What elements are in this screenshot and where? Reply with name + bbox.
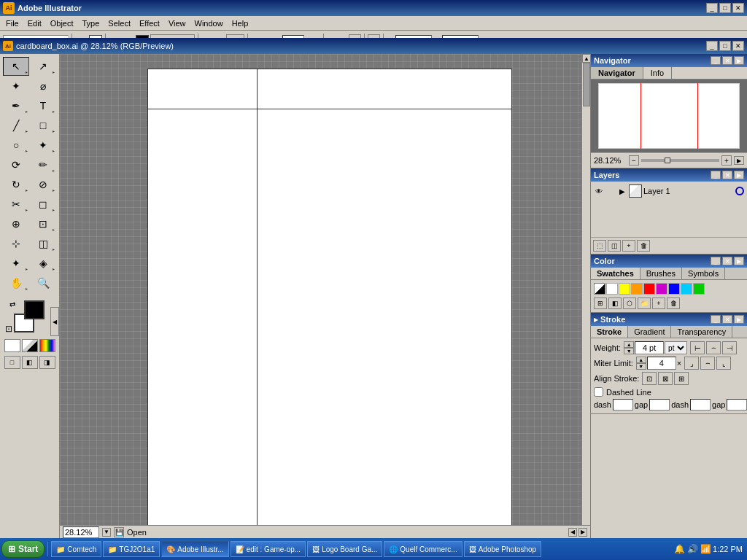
selection-tool[interactable]: ↖ ▸	[3, 57, 29, 76]
fill-mode-btn[interactable]	[4, 339, 20, 352]
normal-screen-btn[interactable]: □	[4, 356, 20, 369]
gradient-mode-btn[interactable]	[39, 339, 55, 352]
v-scrollbar[interactable]: ▲ ▼	[581, 54, 590, 551]
layer-collect-btn[interactable]: ◫	[608, 240, 621, 252]
dash-input-2[interactable]	[690, 399, 711, 411]
prev-page-btn[interactable]: ◀	[568, 528, 577, 537]
menu-help[interactable]: Help	[228, 18, 253, 29]
new-swatch-btn[interactable]: +	[652, 298, 665, 309]
scroll-up-btn[interactable]: ▲	[582, 54, 590, 63]
layers-minimize-btn[interactable]: _	[711, 171, 721, 179]
gap-input-1[interactable]	[649, 399, 670, 411]
dashed-checkbox[interactable]	[594, 387, 603, 397]
zoom-out-btn[interactable]: −	[629, 155, 639, 166]
tab-swatches[interactable]: Swatches	[591, 268, 640, 279]
miter-input[interactable]	[647, 357, 676, 370]
zoom-handle[interactable]	[665, 158, 670, 163]
stroke-menu-btn[interactable]: ▶	[734, 315, 744, 324]
magic-wand-tool[interactable]: ✦	[3, 77, 29, 96]
scale-tool[interactable]: ⊘ ▸	[30, 175, 56, 194]
white-swatch[interactable]	[606, 283, 618, 295]
scroll-thumb-v[interactable]	[583, 63, 590, 106]
bevel-join-btn[interactable]: ⌞	[716, 357, 731, 370]
stroke-swatch[interactable]	[24, 300, 44, 319]
weight-input[interactable]	[635, 341, 664, 354]
tab-gradient[interactable]: Gradient	[628, 326, 671, 338]
color-minimize-btn[interactable]: _	[711, 257, 721, 265]
taskbar-comtech[interactable]: 📁 Comtech	[51, 541, 101, 557]
menu-edit[interactable]: Edit	[23, 18, 46, 29]
mesh-tool[interactable]: ⊹	[3, 234, 29, 253]
swatch-global-btn[interactable]: ⬡	[623, 298, 636, 309]
doc-minimize-btn[interactable]: _	[706, 41, 718, 51]
navigator-menu-btn[interactable]: ▶	[734, 56, 744, 65]
navigator-minimize-btn[interactable]: _	[711, 56, 721, 65]
close-button[interactable]: ✕	[732, 3, 744, 13]
center-align-btn[interactable]: ⊡	[642, 372, 657, 385]
tab-stroke[interactable]: Stroke	[591, 326, 628, 338]
cyan-swatch[interactable]	[681, 283, 692, 295]
outside-align-btn[interactable]: ⊞	[674, 372, 689, 385]
weight-spinner[interactable]: ▲ ▼	[624, 341, 634, 354]
weight-unit-select[interactable]: pt	[665, 341, 687, 354]
round-cap-btn[interactable]: ⌢	[706, 341, 721, 354]
layers-close-btn[interactable]: ✕	[722, 171, 732, 179]
doc-close-btn[interactable]: ✕	[732, 41, 744, 51]
project-cap-btn[interactable]: ⊣	[722, 341, 737, 354]
butt-cap-btn[interactable]: ⊢	[690, 341, 705, 354]
tab-info[interactable]: Info	[643, 67, 672, 79]
line-tool[interactable]: ╱ ▸	[3, 116, 29, 135]
taskbar-logo-board[interactable]: 🖼 Logo Board Ga...	[307, 541, 382, 557]
start-button[interactable]: ⊞ Start	[1, 540, 44, 558]
taskbar-illustrator[interactable]: 🎨 Adobe Illustr...	[161, 541, 228, 557]
hand-tool[interactable]: ✋ ▸	[3, 273, 29, 292]
doc-maximize-btn[interactable]: □	[719, 41, 731, 51]
perspective-tool[interactable]: ⊡ ▸	[30, 214, 56, 233]
zoom-tool[interactable]: 🔍	[30, 273, 56, 292]
taskbar-quelf[interactable]: 🌐 Quelf Commerc...	[384, 541, 462, 557]
layers-menu-btn[interactable]: ▶	[734, 171, 744, 179]
swatch-library-btn[interactable]: ⊞	[594, 298, 607, 309]
miter-spinner[interactable]: ▲ ▼	[636, 357, 646, 370]
paintbrush-tool[interactable]: ⟳	[3, 155, 29, 174]
save-status-btn[interactable]: 💾	[114, 527, 124, 537]
gradient-tool[interactable]: ◫ ▸	[30, 234, 56, 253]
tab-symbols[interactable]: Symbols	[682, 268, 725, 279]
miter-join-btn[interactable]: ⌟	[684, 357, 699, 370]
green-swatch[interactable]	[693, 283, 705, 295]
orange-swatch[interactable]	[631, 283, 643, 295]
shape-builder-tool[interactable]: ⊕	[3, 214, 29, 233]
new-color-group-btn[interactable]: 📁	[638, 298, 651, 309]
inside-align-btn[interactable]: ⊠	[658, 372, 673, 385]
eyedropper-tool[interactable]: ✦ ▸	[3, 254, 29, 273]
rotate-tool[interactable]: ↻ ▸	[3, 175, 29, 194]
full-screen-menu-btn[interactable]: ◧	[22, 356, 38, 369]
pen-tool[interactable]: ✒ ▸	[3, 96, 29, 115]
menu-type[interactable]: Type	[78, 18, 104, 29]
color-menu-btn[interactable]: ▶	[734, 257, 744, 265]
pencil-tool[interactable]: ✏ ▸	[30, 155, 56, 174]
layer-expand-btn[interactable]: ▶	[617, 186, 627, 196]
color-close-btn[interactable]: ✕	[722, 257, 732, 265]
maximize-button[interactable]: □	[719, 3, 731, 13]
ellipse-tool[interactable]: ○ ▸	[3, 136, 29, 155]
menu-effect[interactable]: Effect	[135, 18, 164, 29]
tab-brushes[interactable]: Brushes	[640, 268, 682, 279]
direct-selection-tool[interactable]: ↗ ▸	[30, 57, 56, 76]
lasso-tool[interactable]: ⌀	[30, 77, 56, 96]
red-swatch[interactable]	[643, 283, 655, 295]
miter-down-btn[interactable]: ▼	[636, 363, 646, 370]
tab-transparency[interactable]: Transparency	[671, 326, 732, 338]
menu-object[interactable]: Object	[46, 18, 78, 29]
default-colors-btn[interactable]: ⊡	[5, 324, 12, 334]
zoom-slider[interactable]	[641, 159, 719, 162]
free-transform-tool[interactable]: ◻ ▸	[30, 195, 56, 214]
layer-delete-btn[interactable]: 🗑	[637, 240, 650, 252]
next-page-btn[interactable]: ▶	[578, 528, 587, 537]
taskbar-tgj2o1a1[interactable]: 📁 TGJ2O1a1	[103, 541, 160, 557]
stroke-close-btn[interactable]: ✕	[722, 315, 732, 324]
layer-new-page-btn[interactable]: ⬚	[593, 240, 606, 252]
stroke-minimize-btn[interactable]: _	[711, 315, 721, 324]
delete-swatch-btn[interactable]: 🗑	[667, 298, 680, 309]
stroke-mode-btn[interactable]	[22, 339, 38, 352]
